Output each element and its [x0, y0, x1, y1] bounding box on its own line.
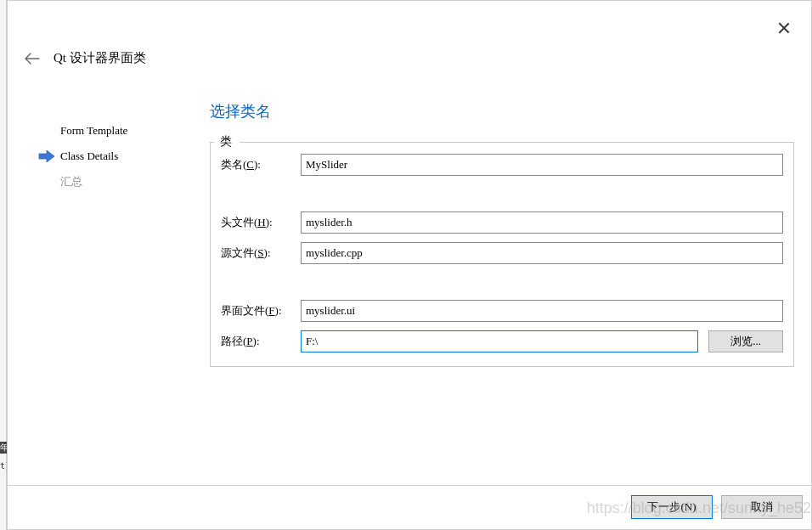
- input-source-file[interactable]: [301, 242, 783, 264]
- left-edge-panel: 年 t]: [0, 0, 7, 530]
- input-class-name[interactable]: [301, 154, 783, 176]
- class-group-box: 类 类名(C): 头文件(H): 源文件(S): 界面文件(F): 路径(P):: [210, 142, 794, 367]
- step-summary: 汇总: [38, 169, 191, 195]
- wizard-dialog: Qt 设计器界面类 Form Template Class Details 汇总…: [7, 0, 812, 530]
- row-source-file: 源文件(S):: [221, 242, 783, 264]
- label-path: 路径(P):: [221, 334, 296, 349]
- wizard-content: 选择类名 类 类名(C): 头文件(H): 源文件(S): 界面文件(F): 路…: [210, 101, 794, 367]
- next-button[interactable]: 下一步(N): [631, 495, 713, 519]
- cancel-button[interactable]: 取消: [721, 495, 803, 519]
- group-title: 类: [217, 134, 234, 149]
- current-step-arrow-icon: [38, 150, 55, 162]
- row-ui-file: 界面文件(F):: [221, 300, 783, 322]
- row-header-file: 头文件(H):: [221, 211, 783, 234]
- side-ruler-marks: 年 t]: [0, 428, 7, 479]
- step-label: Class Details: [60, 149, 118, 163]
- step-label: 汇总: [60, 174, 82, 189]
- step-indicator-empty: [38, 125, 55, 137]
- step-label: Form Template: [60, 124, 127, 138]
- row-class-name: 类名(C):: [221, 154, 783, 176]
- label-source-file: 源文件(S):: [221, 245, 296, 261]
- dialog-header: Qt 设计器界面类: [25, 50, 146, 66]
- row-path: 路径(P): 浏览...: [221, 330, 783, 352]
- step-class-details[interactable]: Class Details: [38, 144, 191, 169]
- label-ui-file: 界面文件(F):: [221, 303, 296, 319]
- input-path[interactable]: [301, 330, 698, 352]
- wizard-steps-sidebar: Form Template Class Details 汇总: [38, 118, 191, 195]
- back-arrow-icon[interactable]: [25, 53, 40, 65]
- section-title: 选择类名: [210, 101, 794, 121]
- label-class-name: 类名(C):: [221, 157, 296, 172]
- browse-button[interactable]: 浏览...: [708, 330, 783, 352]
- step-indicator-empty: [38, 176, 55, 188]
- close-icon[interactable]: [775, 20, 792, 37]
- step-form-template[interactable]: Form Template: [38, 118, 191, 144]
- input-ui-file[interactable]: [301, 300, 783, 322]
- label-header-file: 头文件(H):: [221, 215, 296, 230]
- dialog-footer: 下一步(N) 取消: [8, 485, 811, 527]
- input-header-file[interactable]: [301, 211, 783, 234]
- dialog-title: Qt 设计器界面类: [54, 50, 146, 66]
